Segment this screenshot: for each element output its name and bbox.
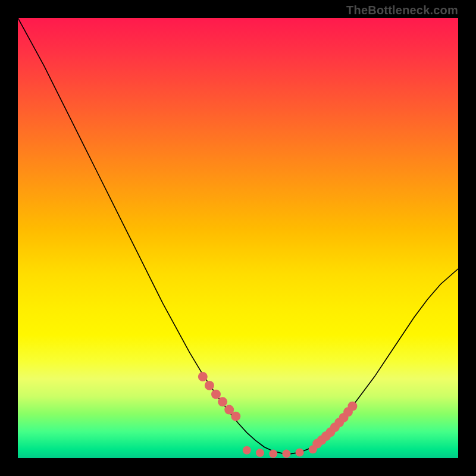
chart-container: TheBottleneck.com: [0, 0, 476, 476]
plot-area: [18, 18, 458, 458]
watermark-label: TheBottleneck.com: [346, 4, 458, 17]
gradient-background: [18, 18, 458, 458]
